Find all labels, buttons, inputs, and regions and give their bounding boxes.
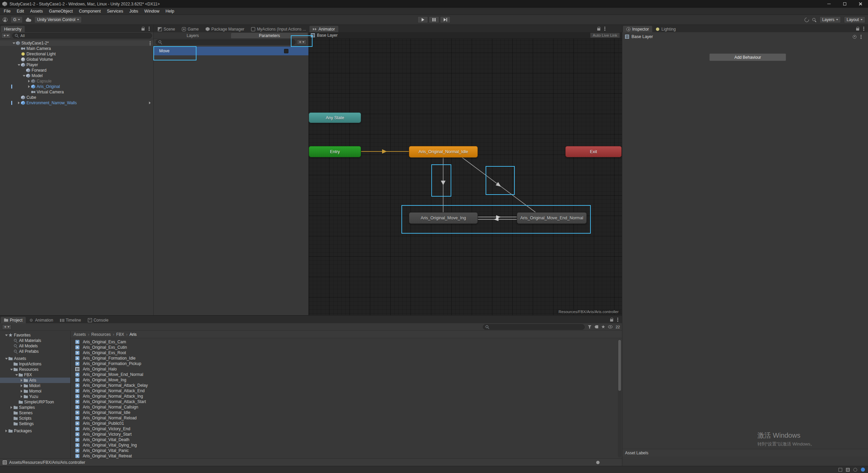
tab-animation[interactable]: Animation: [26, 317, 56, 323]
animator-tab-parameters[interactable]: Parameters: [231, 33, 308, 38]
account-icon[interactable]: [3, 17, 7, 22]
step-button[interactable]: [440, 16, 451, 23]
project-tree-item-inputactions[interactable]: InputActions: [0, 361, 70, 367]
tab-timeline[interactable]: Timeline: [57, 317, 84, 323]
hierarchy-add-button[interactable]: +: [1, 33, 11, 38]
hidden-packages-icon[interactable]: [608, 325, 612, 328]
project-tree-item-scripts[interactable]: Scripts: [0, 416, 70, 421]
tab-lighting[interactable]: Lighting: [652, 26, 679, 32]
file-item-aris-original-vital-dying-ing[interactable]: Aris_Original_Vital_Dying_Ing: [71, 442, 617, 448]
file-item-aris-original-vital-panic[interactable]: Aris_Original_Vital_Panic: [71, 448, 617, 453]
project-tree-item-all-materials[interactable]: All Materials: [0, 338, 70, 343]
hierarchy-item-aris-original[interactable]: Aris_Original: [0, 84, 153, 89]
minimize-button[interactable]: [821, 0, 837, 8]
file-item-aris-original-normal-attack-delay[interactable]: Aris_Original_Normal_Attack_Delay: [71, 383, 617, 388]
lock-icon[interactable]: [856, 28, 859, 31]
file-item-aris-original-exs-cam[interactable]: Aris_Original_Exs_Cam: [71, 339, 617, 345]
project-tree-item-all-prefabs[interactable]: All Prefabs: [0, 349, 70, 354]
parameter-bool-checkbox[interactable]: [284, 49, 288, 53]
file-item-aris-original-normal-reload[interactable]: Aris_Original_Normal_Reload: [71, 415, 617, 421]
kebab-menu-icon[interactable]: [149, 28, 150, 29]
collapse-arrow-icon[interactable]: [4, 429, 8, 433]
create-asset-button[interactable]: +: [2, 324, 12, 330]
collapse-arrow-icon[interactable]: [17, 101, 21, 105]
menu-item-services[interactable]: Services: [104, 8, 126, 15]
kebab-menu-icon[interactable]: [617, 319, 618, 320]
version-control-dropdown[interactable]: Unity Version Control: [34, 16, 82, 23]
project-tree-item-aris[interactable]: Aris: [0, 378, 70, 383]
cloud-icon[interactable]: [26, 19, 31, 22]
auto-live-link-toggle[interactable]: Auto Live Link: [590, 33, 620, 38]
gear-icon[interactable]: [853, 35, 856, 39]
breadcrumb-base-layer[interactable]: Base Layer: [317, 33, 338, 38]
breadcrumb-item-assets[interactable]: Assets: [74, 332, 86, 337]
scrollbar-thumb[interactable]: [618, 340, 621, 391]
hierarchy-search-input[interactable]: All: [12, 33, 152, 38]
file-item-aris-original-normal-attack-end[interactable]: Aris_Original_Normal_Attack_End: [71, 388, 617, 394]
file-item-aris-original-vital-retreat[interactable]: Aris_Original_Vital_Retreat: [71, 453, 617, 458]
expand-arrow-icon[interactable]: [22, 74, 26, 78]
save-search-icon[interactable]: [601, 325, 605, 329]
tab-inspector[interactable]: Inspector: [623, 26, 652, 32]
project-tree-item-momoi[interactable]: Momoi: [0, 388, 70, 394]
layers-dropdown[interactable]: Layers: [819, 16, 841, 23]
menu-item-gameobject[interactable]: GameObject: [46, 8, 76, 15]
file-item-aris-original-exs-root[interactable]: Aris_Original_Exs_Root: [71, 350, 617, 356]
project-tree-item-fbx[interactable]: FBX: [0, 372, 70, 378]
tab-game[interactable]: Game: [178, 26, 202, 32]
transition-entry-to-idle[interactable]: [361, 149, 409, 154]
tab-hierarchy[interactable]: Hierarchy: [1, 26, 25, 32]
tab-scene[interactable]: Scene: [154, 26, 178, 32]
collapse-arrow-icon[interactable]: [27, 79, 31, 84]
hierarchy-item-virtual-camera[interactable]: Virtual Camera: [0, 89, 153, 95]
kebab-menu-icon[interactable]: [861, 36, 862, 37]
add-parameter-button[interactable]: +: [297, 39, 306, 45]
state-node-aris-original-move-ing[interactable]: Aris_Original_Move_Ing: [409, 212, 478, 224]
search-icon[interactable]: [812, 18, 816, 22]
project-tree-item-packages[interactable]: Packages: [0, 428, 70, 434]
asset-labels-header[interactable]: Asset Labels: [622, 449, 868, 456]
expand-arrow-icon[interactable]: [9, 367, 14, 372]
kebab-menu-icon[interactable]: [863, 28, 864, 29]
lock-icon[interactable]: [597, 28, 600, 31]
hierarchy-item-player[interactable]: Player: [0, 62, 153, 68]
maximize-button[interactable]: [837, 0, 852, 8]
undo-history-icon[interactable]: [804, 17, 810, 23]
state-node-aris-original-move-end-normal[interactable]: Aris_Original_Move_End_Normal: [517, 212, 587, 224]
play-button[interactable]: [418, 16, 428, 23]
project-tree-item-scenes[interactable]: Scenes: [0, 410, 70, 416]
project-tree-item-samples[interactable]: Samples: [0, 405, 70, 410]
tab-animator[interactable]: Animator: [309, 26, 338, 32]
background-tasks-icon[interactable]: [838, 468, 842, 472]
file-item-aris-original-vital-death[interactable]: Aris_Original_Vital_Death: [71, 437, 617, 442]
file-item-aris-original-formation-pickup[interactable]: Aris_Original_Formation_Pickup: [71, 361, 617, 366]
transition-idle-to-move-ing[interactable]: [441, 158, 446, 212]
menu-item-edit[interactable]: Edit: [14, 8, 27, 15]
file-item-aris-original-formation-idle[interactable]: Aris_Original_Formation_Idle: [71, 356, 617, 361]
prefab-open-chevron-icon[interactable]: [149, 102, 151, 104]
layout-dropdown[interactable]: Layout: [844, 16, 865, 23]
kebab-menu-icon[interactable]: [604, 28, 605, 29]
file-item-aris-original-normal-attack-start[interactable]: Aris_Original_Normal_Attack_Start: [71, 399, 617, 404]
collapse-arrow-icon[interactable]: [27, 85, 31, 89]
hierarchy-item-directional-light[interactable]: Directional Light: [0, 51, 153, 57]
pause-button[interactable]: [429, 16, 439, 23]
collapse-arrow-icon[interactable]: [19, 389, 24, 394]
search-by-label-icon[interactable]: [595, 325, 598, 328]
expand-arrow-icon[interactable]: [17, 63, 21, 67]
expand-arrow-icon[interactable]: [4, 357, 8, 361]
state-node-aris-original-normal-idle[interactable]: Aris_Original_Normal_Idle: [409, 146, 478, 158]
file-item-aris-original-move-end-normal[interactable]: Aris_Original_Move_End_Normal: [71, 372, 617, 377]
hierarchy-item-capsule[interactable]: Capsule: [0, 78, 153, 84]
collapse-arrow-icon[interactable]: [19, 378, 24, 383]
menu-item-file[interactable]: File: [1, 8, 14, 15]
collapse-arrow-icon[interactable]: [19, 384, 24, 388]
tab-myactions-input-actions[interactable]: MyActions (Input Actions ...: [248, 26, 309, 32]
file-item-aris-original-exs-cutin[interactable]: Aris_Original_Exs_Cutin: [71, 345, 617, 350]
hierarchy-item-cube[interactable]: Cube: [0, 95, 153, 100]
hierarchy-item-model[interactable]: Model: [0, 73, 153, 78]
animator-tab-layers[interactable]: Layers: [154, 33, 231, 38]
file-item-aris-original-halo[interactable]: Aris_Original_Halo: [71, 366, 617, 372]
hierarchy-item-studycase1-2[interactable]: StudyCase1-2*: [0, 40, 153, 46]
menu-item-assets[interactable]: Assets: [27, 8, 46, 15]
